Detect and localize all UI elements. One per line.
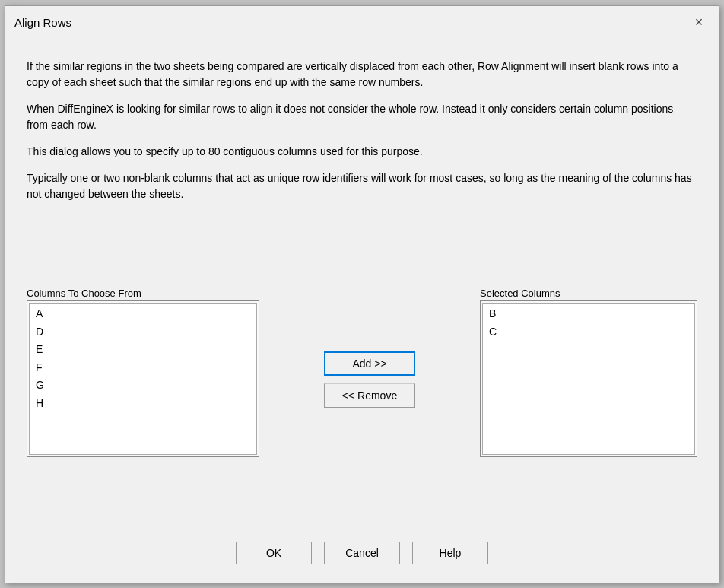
remove-button[interactable]: << Remove bbox=[324, 383, 415, 408]
available-columns-listbox[interactable]: ADEFGH bbox=[29, 303, 257, 455]
available-column-item[interactable]: H bbox=[33, 395, 253, 413]
selected-columns-frame: BC bbox=[480, 300, 697, 457]
available-column-item[interactable]: A bbox=[33, 305, 253, 323]
available-columns-group: Columns To Choose From ADEFGH bbox=[27, 288, 259, 457]
description-paragraph-3: This dialog allows you to specify up to … bbox=[27, 144, 697, 160]
close-button[interactable]: × bbox=[688, 12, 710, 33]
available-columns-label: Columns To Choose From bbox=[27, 288, 259, 299]
description-section: If the similar regions in the two sheets… bbox=[27, 59, 697, 202]
available-columns-frame: ADEFGH bbox=[27, 300, 259, 457]
ok-button[interactable]: OK bbox=[236, 542, 312, 564]
dialog-body: If the similar regions in the two sheets… bbox=[5, 40, 719, 526]
selected-columns-group: Selected Columns BC bbox=[480, 288, 697, 457]
available-column-item[interactable]: F bbox=[33, 359, 253, 377]
columns-area: Columns To Choose From ADEFGH Add >> << … bbox=[27, 231, 697, 514]
selected-columns-label: Selected Columns bbox=[480, 288, 697, 299]
title-bar: Align Rows × bbox=[5, 6, 719, 40]
footer-buttons: OK Cancel Help bbox=[5, 526, 719, 583]
dialog-title: Align Rows bbox=[14, 16, 71, 29]
selected-columns-listbox[interactable]: BC bbox=[482, 303, 695, 455]
selected-column-item[interactable]: B bbox=[486, 305, 691, 323]
add-button[interactable]: Add >> bbox=[324, 351, 415, 376]
transfer-buttons-area: Add >> << Remove bbox=[259, 351, 480, 408]
description-paragraph-1: If the similar regions in the two sheets… bbox=[27, 59, 697, 91]
help-button[interactable]: Help bbox=[412, 542, 488, 564]
align-rows-dialog: Align Rows × If the similar regions in t… bbox=[5, 5, 719, 583]
selected-column-item[interactable]: C bbox=[486, 323, 691, 342]
available-column-item[interactable]: E bbox=[33, 341, 253, 359]
available-column-item[interactable]: D bbox=[33, 323, 253, 342]
description-paragraph-4: Typically one or two non-blank columns t… bbox=[27, 170, 697, 202]
cancel-button[interactable]: Cancel bbox=[324, 542, 400, 564]
available-column-item[interactable]: G bbox=[33, 377, 253, 395]
description-paragraph-2: When DiffEngineX is looking for similar … bbox=[27, 101, 697, 133]
